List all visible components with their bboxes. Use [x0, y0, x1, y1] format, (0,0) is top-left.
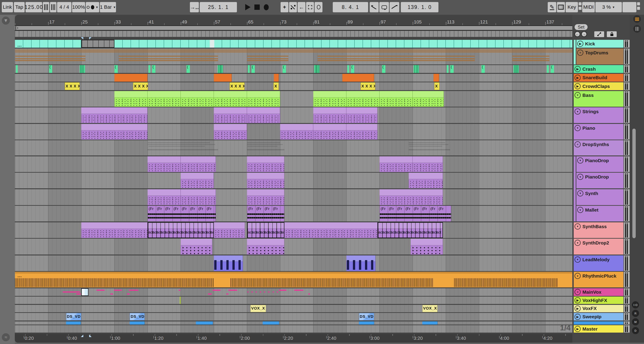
clip[interactable]: actactactactactactactactactactactactacta… [148, 222, 214, 238]
clip[interactable]: VOX_X [422, 305, 438, 312]
drum-group-clip[interactable] [86, 48, 119, 64]
track-lane-SweepIp[interactable]: DS_VDDS_VDDS_VD [15, 313, 572, 321]
clip[interactable] [380, 91, 413, 107]
drum-group-clip[interactable] [550, 48, 572, 64]
clip[interactable] [380, 156, 413, 172]
fold-circle-icon[interactable]: ▼ [574, 273, 581, 279]
clip[interactable] [148, 156, 181, 172]
clip[interactable] [148, 189, 181, 205]
clip[interactable]: X [434, 82, 440, 90]
play-button[interactable] [244, 2, 252, 12]
time-signature-field[interactable]: 4 / 4 [57, 2, 72, 12]
play-circle-icon[interactable]: ▶ [574, 326, 581, 332]
clip[interactable]: ( [550, 65, 554, 73]
loop-switch[interactable] [379, 2, 389, 12]
loop-start-field[interactable]: 8. 4. 1 [333, 2, 368, 12]
set-locator-button[interactable]: Set [574, 24, 588, 30]
track-header-Synth[interactable]: ▼Synth [576, 189, 624, 205]
clip[interactable] [181, 239, 212, 255]
clip[interactable] [181, 91, 214, 107]
clip[interactable]: actactactactactactactactact [247, 222, 284, 238]
time-ruler[interactable]: 0:200:401:001:201:402:002:202:403:003:20… [15, 334, 572, 343]
drum-group-clip[interactable] [475, 48, 512, 64]
track-lane-RhythmicPluck[interactable]: ... [15, 272, 572, 287]
track-header-VoxFX[interactable]: ▶VoxFX [574, 305, 624, 312]
punch-out-button[interactable] [390, 2, 399, 12]
play-circle-icon[interactable]: ▶ [574, 83, 581, 89]
clip[interactable]: ( [450, 65, 454, 73]
clip[interactable] [447, 65, 448, 73]
clip[interactable] [422, 322, 438, 325]
quantization-menu[interactable]: 1 Bar▼ [100, 2, 116, 12]
clip[interactable]: DS_VD [130, 313, 145, 321]
clip[interactable] [411, 239, 443, 255]
track-header-RhythmicPluck[interactable]: ▼RhythmicPluck [574, 272, 624, 287]
clip[interactable]: ( [351, 65, 354, 73]
clip[interactable] [247, 189, 284, 205]
track-header-SweepIp[interactable]: ▶SweepIp [574, 313, 624, 321]
track-header-DropSynths[interactable]: ≡DropSynths [574, 140, 624, 156]
clip[interactable]: (Fr(Fr(Fr(Fr(Fr(Fr(Fr(Fr [380, 206, 451, 221]
clip[interactable]: ( [382, 65, 385, 73]
selected-region[interactable] [81, 40, 114, 48]
clip[interactable] [181, 189, 216, 205]
clip[interactable] [66, 322, 81, 325]
clip[interactable] [346, 91, 380, 107]
mixer-section-toggle-R[interactable]: R [632, 310, 639, 317]
clip[interactable]: X X X X [133, 82, 148, 90]
drum-group-clip[interactable] [247, 48, 288, 64]
clip[interactable]: ( [152, 65, 156, 73]
groove-amount-field[interactable]: 100% [72, 2, 85, 12]
clip[interactable] [148, 65, 150, 73]
track-lane-Crash[interactable]: ((((((((((( [15, 65, 572, 73]
detail-view-toggle-button[interactable]: ≈ [2, 333, 10, 341]
lock-envelopes-button[interactable] [607, 31, 617, 37]
track-header-SynthBass[interactable]: ▼SynthBass [574, 222, 624, 238]
clip[interactable] [413, 156, 443, 172]
clip[interactable]: (Fr(Fr(Fr(Fr(Fr(Fr(Fr(Fr [148, 206, 216, 221]
vertical-scrollbar[interactable] [632, 129, 636, 238]
tap-tempo-button[interactable]: Tap [14, 2, 25, 12]
re-enable-automation-button[interactable]: ← [298, 2, 306, 12]
clip[interactable] [130, 322, 145, 325]
clip[interactable]: ( [482, 65, 485, 73]
clip[interactable]: ( [282, 65, 286, 73]
loop-marker-top[interactable] [89, 37, 92, 40]
clip[interactable] [181, 173, 214, 188]
clip[interactable]: X X X X [230, 82, 244, 90]
clip[interactable] [81, 222, 148, 238]
track-lane-PianoDrop[interactable] [15, 156, 572, 172]
track-lane-hidden[interactable] [15, 322, 572, 325]
track-header-Piano[interactable]: ▼Piano [574, 124, 624, 140]
track-lane-Master[interactable]: 1/4 [15, 325, 572, 333]
clip[interactable] [314, 65, 320, 73]
clip[interactable] [434, 74, 439, 82]
track-lane-PianoDrop[interactable] [15, 173, 572, 188]
fold-circle-icon[interactable]: ▼ [574, 109, 581, 115]
clip[interactable] [214, 124, 247, 140]
play-circle-icon[interactable]: ▶ [577, 41, 583, 47]
track-header-SynthDrop2[interactable]: ▼SynthDrop2 [574, 239, 624, 255]
clip[interactable] [218, 65, 223, 73]
clip[interactable] [280, 124, 313, 140]
clip[interactable] [114, 91, 148, 107]
drum-group-clip[interactable] [218, 48, 247, 64]
session-record-button[interactable] [314, 2, 322, 12]
group-circle-icon[interactable]: ≡ [574, 141, 581, 147]
mixer-section-toggle-IO[interactable]: I·O [632, 301, 639, 309]
clip[interactable] [547, 65, 548, 73]
clip[interactable] [214, 91, 247, 107]
browser-toggle-button[interactable]: ▼ [2, 16, 10, 25]
clip[interactable] [214, 255, 243, 271]
clip[interactable]: X [274, 82, 279, 90]
track-lane-Piano[interactable] [15, 124, 572, 140]
clip[interactable] [114, 74, 148, 82]
clip[interactable] [81, 107, 148, 123]
track-header-CrowdClaps[interactable]: ▶CrowdClaps [574, 82, 624, 90]
clip[interactable] [247, 173, 284, 188]
fold-circle-icon[interactable]: ▼ [574, 92, 581, 98]
cpu-load-meter[interactable]: 3 %▼ [596, 2, 622, 12]
clip[interactable] [214, 222, 245, 238]
clip[interactable] [274, 74, 279, 82]
tempo-field[interactable]: 125.00 [26, 2, 42, 12]
